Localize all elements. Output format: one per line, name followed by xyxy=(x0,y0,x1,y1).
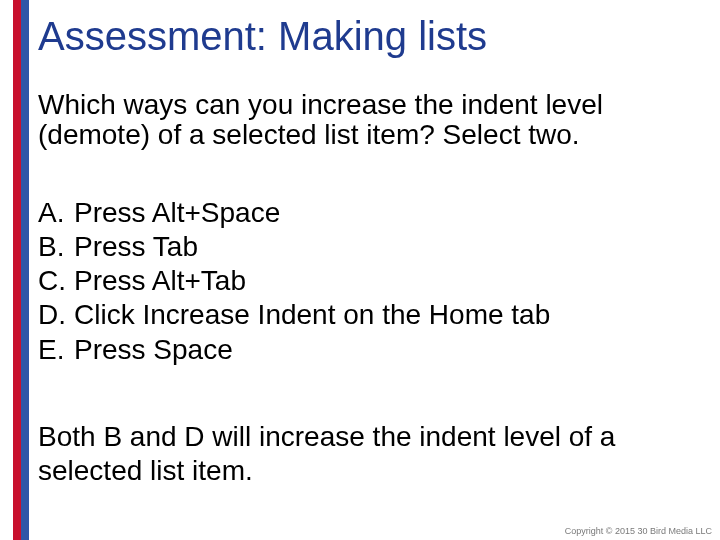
option-b: B. Press Tab xyxy=(38,230,690,264)
copyright-text: Copyright © 2015 30 Bird Media LLC xyxy=(565,526,712,536)
accent-stripe-blue xyxy=(21,0,29,540)
option-b-text: Press Tab xyxy=(74,230,198,264)
option-a: A. Press Alt+Space xyxy=(38,196,690,230)
option-d-label: D. xyxy=(38,298,74,332)
option-e: E. Press Space xyxy=(38,333,690,367)
option-c-label: C. xyxy=(38,264,74,298)
slide-title: Assessment: Making lists xyxy=(38,14,487,59)
question-text: Which ways can you increase the indent l… xyxy=(38,90,690,150)
option-a-text: Press Alt+Space xyxy=(74,196,280,230)
option-d: D. Click Increase Indent on the Home tab xyxy=(38,298,690,332)
option-e-label: E. xyxy=(38,333,74,367)
slide: Assessment: Making lists Which ways can … xyxy=(0,0,720,540)
option-e-text: Press Space xyxy=(74,333,233,367)
options-list: A. Press Alt+Space B. Press Tab C. Press… xyxy=(38,196,690,367)
option-c: C. Press Alt+Tab xyxy=(38,264,690,298)
option-c-text: Press Alt+Tab xyxy=(74,264,246,298)
answer-text: Both B and D will increase the indent le… xyxy=(38,420,690,487)
option-b-label: B. xyxy=(38,230,74,264)
option-d-text: Click Increase Indent on the Home tab xyxy=(74,298,550,332)
option-a-label: A. xyxy=(38,196,74,230)
accent-stripe-red xyxy=(13,0,21,540)
